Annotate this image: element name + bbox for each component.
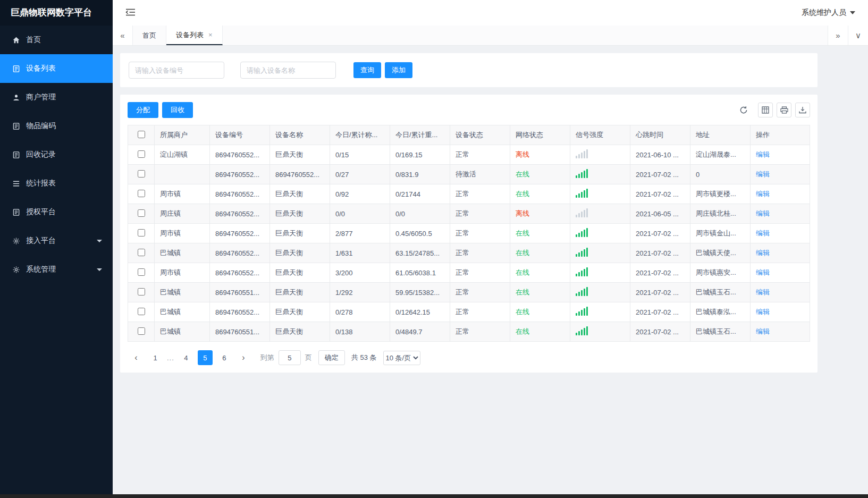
row-checkbox[interactable]	[138, 308, 145, 315]
cell-today-weight: 0.45/6050.5	[390, 224, 450, 243]
next-page-button[interactable]: ›	[236, 350, 251, 365]
signal-strength-icon	[576, 267, 589, 276]
edit-link[interactable]: 编辑	[756, 268, 770, 276]
cell-today-count: 0/138	[330, 322, 390, 342]
cell-action: 编辑	[751, 263, 810, 283]
row-checkbox[interactable]	[138, 170, 145, 178]
user-menu[interactable]: 系统维护人员	[802, 8, 855, 18]
sidebar-item-label: 设备列表	[26, 64, 56, 73]
row-checkbox[interactable]	[138, 249, 145, 256]
sidebar-item-recycle-records[interactable]: 回收记录	[0, 140, 113, 169]
sidebar-item-merchant-management[interactable]: 商户管理	[0, 83, 113, 112]
confirm-button[interactable]: 确定	[318, 350, 345, 365]
edit-link[interactable]: 编辑	[756, 308, 770, 316]
cell-address: 巴城镇玉石...	[690, 283, 751, 302]
tabs-scroll-left-button[interactable]: «	[113, 26, 133, 45]
column-header: 设备编号	[210, 125, 270, 145]
sidebar-item-label: 系统管理	[26, 265, 56, 274]
cell-merchant: 巴城镇	[155, 322, 210, 342]
device-name-input[interactable]	[240, 62, 336, 79]
page-button-5[interactable]: 5	[198, 350, 213, 365]
tab-label: 设备列表	[176, 30, 204, 40]
signal-strength-icon	[576, 287, 589, 296]
table-row: 周庄镇8694760552...巨鼎天衡0/00/0正常离线2021-06-05…	[128, 204, 810, 224]
query-button[interactable]: 查询	[353, 62, 381, 78]
cell-network-status: 离线	[510, 204, 570, 224]
row-checkbox[interactable]	[138, 268, 145, 276]
tab-1[interactable]: 设备列表×	[166, 26, 223, 45]
add-button[interactable]: 添加	[385, 62, 412, 78]
sidebar-item-authorization-platform[interactable]: 授权平台	[0, 198, 113, 226]
cell-signal	[570, 243, 630, 263]
search-panel: 查询 添加	[120, 53, 818, 87]
table-row: 巴城镇8694760551...巨鼎天衡1/29259.95/15382...正…	[128, 283, 810, 302]
close-icon[interactable]: ×	[208, 31, 213, 39]
edit-link[interactable]: 编辑	[756, 170, 770, 178]
edit-link[interactable]: 编辑	[756, 190, 770, 198]
row-checkbox[interactable]	[138, 327, 145, 335]
cell-today-count: 0/92	[330, 184, 390, 204]
edit-link[interactable]: 编辑	[756, 229, 770, 237]
app-window: 巨鼎物联网数字平台 首页设备列表商户管理物品编码回收记录统计报表授权平台接入平台…	[0, 0, 868, 498]
cell-merchant: 周庄镇	[155, 204, 210, 224]
cell-device-no: 8694760552...	[210, 165, 270, 184]
cell-merchant: 淀山湖镇	[155, 145, 210, 165]
cell-address: 巴城镇泰泓...	[690, 302, 751, 322]
tabs-menu-button[interactable]: ∨	[848, 26, 868, 45]
row-checkbox[interactable]	[138, 288, 145, 296]
recycle-button[interactable]: 回收	[162, 102, 193, 118]
cell-device-name: 巨鼎天衡	[270, 243, 330, 263]
cell-address: 周庄镇北桂...	[690, 204, 751, 224]
tabs-scroll-right-button[interactable]: »	[828, 26, 848, 45]
print-icon[interactable]	[777, 103, 791, 117]
edit-link[interactable]: 编辑	[756, 327, 770, 335]
sidebar-item-home[interactable]: 首页	[0, 26, 113, 54]
row-checkbox[interactable]	[138, 209, 145, 217]
select-all-cell	[128, 125, 155, 145]
checkbox-cell	[128, 322, 155, 342]
signal-strength-icon	[576, 307, 589, 316]
cell-signal	[570, 145, 630, 165]
export-icon[interactable]	[795, 103, 810, 117]
topbar: 系统维护人员	[113, 0, 868, 26]
edit-link[interactable]: 编辑	[756, 288, 770, 296]
sidebar-item-device-list[interactable]: 设备列表	[0, 54, 113, 83]
refresh-icon[interactable]	[736, 103, 751, 117]
cell-device-status: 正常	[450, 263, 510, 283]
page-word: 页	[305, 353, 312, 362]
sidebar-item-statistics-report[interactable]: 统计报表	[0, 169, 113, 198]
page-button-4[interactable]: 4	[179, 350, 193, 365]
edit-link[interactable]: 编辑	[756, 209, 770, 217]
edit-link[interactable]: 编辑	[756, 249, 770, 257]
sidebar-item-label: 物品编码	[26, 121, 56, 131]
cell-device-no: 8694760552...	[210, 302, 270, 322]
cell-device-name: 8694760552...	[270, 165, 330, 184]
page-size-select[interactable]: 10 条/页	[383, 351, 420, 365]
column-grid-icon[interactable]	[758, 103, 773, 117]
row-checkbox[interactable]	[138, 229, 145, 237]
edit-link[interactable]: 编辑	[756, 150, 770, 158]
tabbar: « 首页设备列表× » ∨	[113, 26, 868, 46]
column-header: 设备状态	[450, 125, 510, 145]
device-table-panel: 分配 回收	[120, 95, 818, 373]
page-button-6[interactable]: 6	[217, 350, 232, 365]
content-area: 查询 添加 分配 回收	[113, 46, 868, 498]
sidebar-item-system-management[interactable]: 系统管理	[0, 255, 113, 284]
goto-page-input[interactable]	[279, 350, 301, 365]
document-icon	[12, 150, 20, 159]
select-all-checkbox[interactable]	[138, 131, 145, 138]
row-checkbox[interactable]	[138, 190, 145, 197]
sidebar-collapse-button[interactable]	[125, 8, 136, 18]
page-button-1[interactable]: 1	[148, 350, 163, 365]
row-checkbox[interactable]	[138, 150, 145, 158]
tab-0[interactable]: 首页	[133, 26, 166, 45]
prev-page-button[interactable]: ‹	[129, 350, 144, 365]
cell-device-status: 正常	[450, 302, 510, 322]
device-no-input[interactable]	[129, 62, 224, 79]
device-table: 所属商户设备编号设备名称今日/累计称...今日/累计重...设备状态网络状态信号…	[128, 125, 810, 342]
allocate-button[interactable]: 分配	[128, 102, 158, 118]
column-header: 地址	[690, 125, 751, 145]
sidebar-item-access-platform[interactable]: 接入平台	[0, 226, 113, 255]
cell-device-name: 巨鼎天衡	[270, 322, 330, 342]
sidebar-item-item-coding[interactable]: 物品编码	[0, 112, 113, 140]
